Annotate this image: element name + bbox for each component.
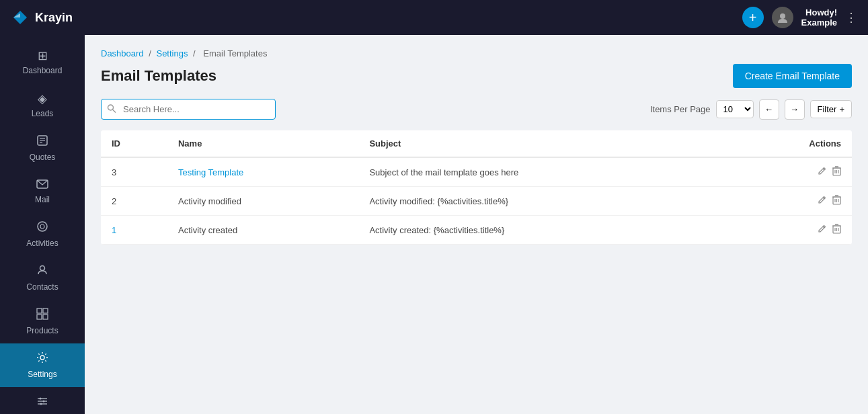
sidebar-item-leads[interactable]: ◈ Leads	[0, 83, 85, 126]
cell-subject: Subject of the mail template goes here	[358, 157, 734, 187]
sidebar-item-quotes[interactable]: Quotes	[0, 126, 85, 170]
user-name: Example	[801, 17, 837, 28]
sidebar-item-label: Quotes	[30, 153, 56, 162]
breadcrumb-current: Email Templates	[203, 48, 267, 58]
filter-button[interactable]: Filter +	[810, 100, 852, 118]
logo-icon	[11, 8, 30, 27]
edit-icon[interactable]	[817, 166, 827, 178]
id-link[interactable]: 1	[112, 225, 116, 235]
quotes-icon	[36, 134, 48, 150]
sidebar-item-label: Products	[26, 326, 58, 335]
table-row: 2Activity modifiedActivity modified: {%a…	[101, 187, 852, 216]
sidebar-item-label: Activities	[26, 239, 58, 248]
settings-icon	[36, 351, 48, 367]
actions-cell	[745, 166, 841, 178]
table-row: 3Testing TemplateSubject of the mail tem…	[101, 157, 852, 187]
actions-cell	[745, 195, 841, 207]
user-greeting: Howdy!	[801, 7, 837, 17]
sidebar-item-label: Settings	[28, 370, 56, 379]
svg-point-15	[40, 356, 44, 360]
breadcrumb-settings[interactable]: Settings	[156, 48, 188, 58]
user-info: Howdy! Example	[801, 7, 837, 28]
cell-actions	[734, 157, 852, 187]
svg-line-38	[823, 226, 824, 228]
sidebar-item-dashboard[interactable]: ⊞ Dashboard	[0, 40, 85, 83]
cell-id: 2	[101, 187, 167, 216]
sidebar-item-configuration[interactable]: Configuration	[0, 387, 85, 414]
col-id: ID	[101, 130, 167, 157]
items-per-page-label: Items Per Page	[650, 104, 711, 114]
products-icon	[36, 308, 48, 323]
search-input[interactable]	[101, 99, 276, 120]
filter-label: Filter	[818, 104, 837, 114]
per-page-select[interactable]: 10 25 50 100	[716, 100, 754, 118]
svg-point-21	[40, 403, 42, 405]
svg-point-8	[38, 222, 47, 231]
sidebar: ⊞ Dashboard ◈ Leads Quotes Mail Activiti…	[0, 35, 85, 414]
cell-name: Activity modified	[167, 187, 358, 216]
layout: ⊞ Dashboard ◈ Leads Quotes Mail Activiti…	[0, 35, 868, 414]
sidebar-item-label: Leads	[32, 109, 54, 118]
name-link[interactable]: Testing Template	[178, 167, 243, 177]
create-email-template-button[interactable]: Create Email Template	[733, 64, 852, 88]
page-title: Email Templates	[101, 67, 216, 85]
main-content: Dashboard / Settings / Email Templates E…	[85, 35, 868, 414]
dashboard-icon: ⊞	[38, 48, 48, 63]
edit-icon[interactable]	[817, 224, 827, 236]
cell-id: 3	[101, 157, 167, 187]
add-button[interactable]: +	[742, 7, 764, 28]
prev-page-button[interactable]: ←	[759, 99, 779, 120]
cell-id: 1	[101, 216, 167, 245]
sidebar-item-activities[interactable]: Activities	[0, 212, 85, 256]
sidebar-item-mail[interactable]: Mail	[0, 170, 85, 212]
cell-actions	[734, 216, 852, 245]
delete-icon[interactable]	[832, 224, 841, 236]
svg-point-20	[43, 401, 45, 403]
cell-subject: Activity created: {%activities.title%}	[358, 216, 734, 245]
toolbar: Items Per Page 10 25 50 100 ← → Filter +	[101, 99, 852, 120]
svg-point-19	[40, 398, 42, 400]
sidebar-item-label: Contacts	[26, 282, 58, 292]
svg-line-31	[823, 198, 824, 199]
actions-cell	[745, 224, 841, 236]
cell-name: Testing Template	[167, 157, 358, 187]
svg-rect-13	[37, 315, 42, 319]
svg-point-9	[40, 224, 44, 229]
col-name: Name	[167, 130, 358, 157]
next-page-button[interactable]: →	[785, 99, 805, 120]
topbar-right: + Howdy! Example ⋮	[742, 7, 857, 28]
svg-point-22	[108, 105, 114, 110]
sidebar-item-label: Mail	[35, 195, 50, 204]
leads-icon: ◈	[38, 91, 47, 106]
mail-icon	[36, 178, 48, 192]
breadcrumb-sep-1: /	[149, 48, 153, 58]
sidebar-item-settings[interactable]: Settings	[0, 343, 85, 387]
svg-line-23	[113, 110, 116, 113]
edit-icon[interactable]	[817, 195, 827, 207]
cell-name: Activity created	[167, 216, 358, 245]
svg-line-24	[823, 169, 824, 170]
svg-point-2	[780, 13, 785, 19]
page-header: Email Templates Create Email Template	[101, 64, 852, 88]
cell-subject: Activity modified: {%activities.title%}	[358, 187, 734, 216]
table-header-row: ID Name Subject Actions	[101, 130, 852, 157]
avatar	[772, 7, 793, 28]
svg-rect-14	[43, 315, 48, 319]
delete-icon[interactable]	[832, 195, 841, 207]
col-actions: Actions	[734, 130, 852, 157]
email-templates-table: ID Name Subject Actions 3Testing Templat…	[101, 130, 852, 245]
topbar: Krayin + Howdy! Example ⋮	[0, 0, 868, 35]
sidebar-item-contacts[interactable]: Contacts	[0, 256, 85, 300]
delete-icon[interactable]	[832, 166, 841, 178]
breadcrumb-sep-2: /	[193, 48, 198, 58]
svg-rect-12	[43, 308, 48, 313]
activities-icon	[36, 220, 48, 236]
filter-plus-icon: +	[839, 104, 844, 114]
sidebar-item-products[interactable]: Products	[0, 300, 85, 343]
table-row: 1Activity createdActivity created: {%act…	[101, 216, 852, 245]
more-button[interactable]: ⋮	[845, 10, 857, 25]
breadcrumb: Dashboard / Settings / Email Templates	[101, 48, 852, 58]
search-icon	[107, 104, 116, 115]
app-name: Krayin	[35, 11, 73, 25]
breadcrumb-dashboard[interactable]: Dashboard	[101, 48, 144, 58]
